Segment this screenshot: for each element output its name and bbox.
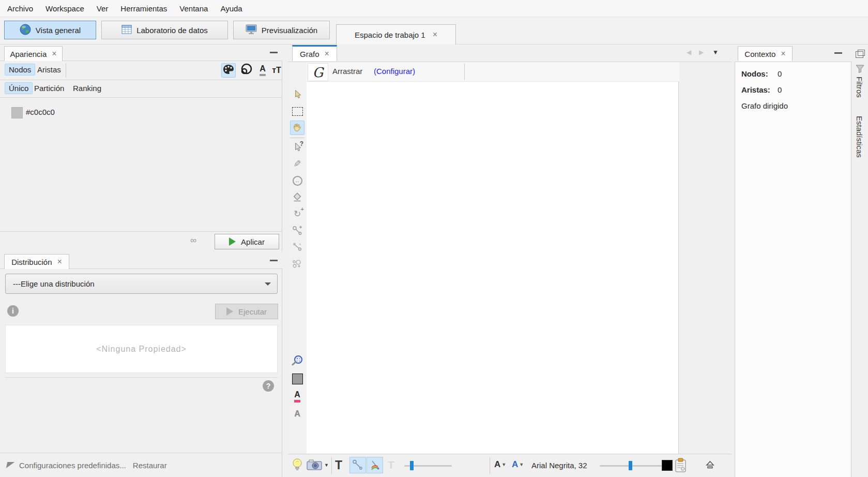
- edge-pencil-tool[interactable]: [290, 240, 304, 254]
- tab-partition[interactable]: Partición: [30, 82, 68, 94]
- context-menu-light-button[interactable]: [292, 458, 302, 472]
- datalab-button[interactable]: Laboratorio de datos: [101, 21, 228, 39]
- tab-unique[interactable]: Único: [5, 82, 33, 94]
- label-size-button[interactable]: A: [290, 407, 304, 421]
- graph-tabs-scroll-left-icon[interactable]: ◀: [687, 49, 691, 56]
- restore-window-icon[interactable]: [856, 51, 863, 58]
- graph-right-gutter: [679, 62, 732, 454]
- dock-tab-filters[interactable]: Filtros: [855, 77, 864, 98]
- graph-tabs-list-icon[interactable]: ▼: [712, 49, 719, 56]
- painter-tool[interactable]: ✎: [290, 157, 304, 171]
- layout-minimize-button[interactable]: [270, 260, 278, 261]
- collapse-statusbar-button[interactable]: [705, 460, 715, 470]
- tab-edges[interactable]: Aristas: [33, 64, 65, 76]
- graph-tab-close-icon[interactable]: ×: [325, 50, 329, 58]
- attributes-settings-button[interactable]: [675, 458, 688, 473]
- appearance-minimize-button[interactable]: [270, 52, 278, 53]
- play-icon: [226, 307, 233, 316]
- label-size-slider[interactable]: [600, 465, 662, 467]
- graph-topbar: G Arrastrar (Configurar): [307, 62, 680, 82]
- table-icon: [121, 24, 132, 36]
- graph-statusbar: ▼ T T A▼ A▼ Arial Negrita, 32: [288, 454, 732, 477]
- label-color-swatch[interactable]: [662, 460, 673, 471]
- label-color-button[interactable]: A: [290, 389, 304, 404]
- node-pencil-tool[interactable]: [290, 223, 304, 237]
- restore-link[interactable]: Restaurar: [133, 461, 167, 470]
- screenshot-options-icon[interactable]: ▼: [324, 463, 329, 468]
- menu-herramientas[interactable]: Herramientas: [114, 0, 173, 17]
- label-color-mode-button[interactable]: A: [255, 63, 270, 78]
- appearance-tab[interactable]: Apariencia ×: [4, 46, 63, 61]
- workspace-tab-close-icon[interactable]: ×: [433, 31, 437, 39]
- presets-link[interactable]: Configuraciones predefinidas...: [19, 461, 126, 470]
- layout-footer: Configuraciones predefinidas... Restaura…: [0, 453, 282, 477]
- info-icon[interactable]: i: [7, 305, 19, 317]
- drag-tool[interactable]: [290, 121, 304, 135]
- show-edge-labels-button[interactable]: T: [388, 459, 394, 471]
- menu-workspace[interactable]: Workspace: [39, 0, 90, 17]
- layout-select[interactable]: ---Elige una distribución: [5, 274, 278, 294]
- workspace-tab-label: Espacio de trabajo 1: [355, 31, 425, 39]
- color-swatch-label: #c0c0c0: [26, 108, 55, 116]
- lightbulb-icon: [292, 458, 302, 472]
- sizer-tool[interactable]: ↔: [290, 173, 304, 188]
- run-button[interactable]: Ejecutar: [215, 304, 278, 319]
- tab-ranking[interactable]: Ranking: [69, 82, 105, 94]
- graph-tabs-scroll-right-icon[interactable]: ▶: [699, 49, 704, 56]
- divider: [66, 63, 66, 78]
- divider: [464, 64, 465, 80]
- show-node-labels-button[interactable]: T: [335, 458, 342, 472]
- run-label: Ejecutar: [238, 307, 267, 316]
- no-property-text: <Ninguna Propiedad>: [96, 345, 187, 354]
- rectangle-selection-tool[interactable]: [290, 104, 304, 118]
- background-color-button[interactable]: [290, 371, 304, 386]
- edge-display-button[interactable]: [349, 457, 366, 473]
- configure-link[interactable]: (Configurar): [374, 67, 415, 76]
- tab-nodes[interactable]: Nodos: [5, 64, 35, 76]
- node-font-button[interactable]: A▼: [494, 459, 506, 470]
- heater-tool[interactable]: [290, 190, 304, 204]
- menu-archivo[interactable]: Archivo: [1, 0, 39, 17]
- preview-button[interactable]: Previsualización: [233, 21, 330, 39]
- node-link-icon: [292, 242, 302, 251]
- menu-ver[interactable]: Ver: [90, 0, 115, 17]
- direct-selection-tool[interactable]: [290, 87, 304, 101]
- overview-button[interactable]: Vista general: [4, 21, 96, 39]
- link-sync-icon[interactable]: ∞: [190, 235, 196, 246]
- edge-line-icon: [352, 459, 363, 471]
- node-font-color-button[interactable]: A▼: [512, 459, 524, 470]
- screenshot-button[interactable]: [307, 459, 323, 470]
- layout-tab-close-icon[interactable]: ×: [57, 258, 62, 266]
- context-tab-close-icon[interactable]: ×: [781, 50, 785, 58]
- color-mode-button[interactable]: [221, 63, 236, 78]
- workspace-tab[interactable]: Espacio de trabajo 1 ×: [336, 24, 456, 44]
- menu-ayuda[interactable]: Ayuda: [214, 0, 248, 17]
- apply-button[interactable]: Aplicar: [215, 234, 279, 249]
- size-mode-button[interactable]: [239, 63, 253, 78]
- slider-handle[interactable]: [629, 461, 632, 470]
- chevron-down-icon: [265, 282, 271, 289]
- dock-tab-statistics[interactable]: Estadísticas: [855, 116, 864, 158]
- edge-source-color-button[interactable]: [367, 457, 383, 473]
- context-minimize-button[interactable]: [834, 52, 842, 54]
- label-size-mode-button[interactable]: тT: [269, 63, 284, 78]
- shortest-path-tool[interactable]: ↻ +: [290, 206, 304, 221]
- globe-icon: [20, 24, 31, 37]
- menu-ventana[interactable]: Ventana: [173, 0, 214, 17]
- edge-weight-slider[interactable]: [404, 465, 452, 467]
- nodes-count-value: 0: [778, 69, 782, 78]
- layout-tab[interactable]: Distribución ×: [4, 254, 69, 269]
- context-tab[interactable]: Contexto ×: [738, 46, 793, 61]
- reset-zoom-button[interactable]: [290, 353, 304, 368]
- plus-mark: +: [301, 206, 304, 212]
- graph-tool-column: ? ✎ ↔ ↻ + A A: [288, 62, 307, 454]
- graph-tab[interactable]: Grafo ×: [292, 45, 337, 61]
- cursor-icon: [294, 90, 301, 99]
- color-swatch[interactable]: [11, 107, 23, 118]
- appearance-tab-close-icon[interactable]: ×: [52, 50, 56, 58]
- brush-cluster-tool[interactable]: [290, 257, 304, 271]
- graph-canvas[interactable]: [307, 82, 679, 454]
- help-icon[interactable]: ?: [263, 380, 274, 392]
- slider-handle[interactable]: [410, 461, 414, 470]
- edit-node-tool[interactable]: ?: [290, 140, 304, 154]
